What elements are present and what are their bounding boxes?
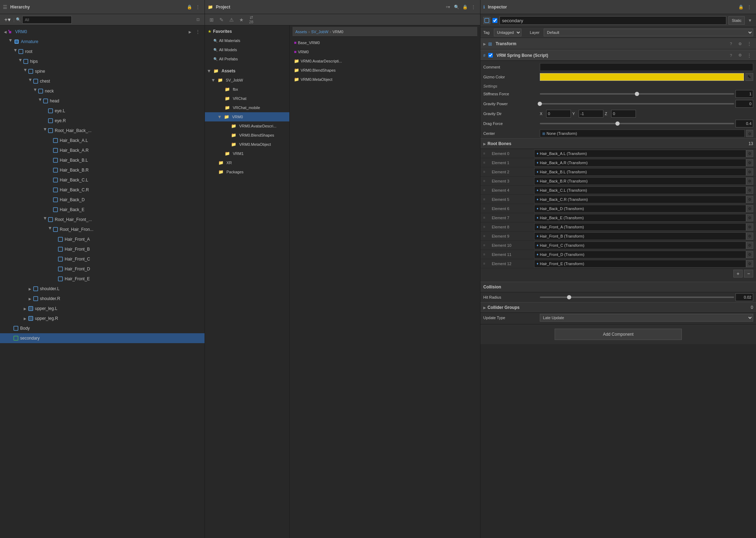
asset-vrm0-blend[interactable]: 📁 VRM0.BlendShapes — [293, 66, 477, 75]
static-dropdown-btn[interactable]: ▼ — [747, 17, 753, 24]
inspector-lock-btn[interactable]: 🔒 — [737, 3, 745, 11]
tree-item-hair-back-e[interactable]: Hair_Back_E — [0, 205, 205, 215]
project-xr[interactable]: 📁 XR — [205, 158, 289, 167]
hierarchy-lock-btn[interactable]: 🔒 — [185, 3, 193, 11]
element-10-pick[interactable]: ⊙ — [746, 242, 753, 249]
project-vrm0-blendshapes[interactable]: 📁 VRM0.BlendShapes — [205, 131, 289, 140]
transform-settings-btn[interactable]: ⚙ — [736, 40, 744, 48]
drag-force-slider[interactable] — [540, 121, 734, 126]
tree-item-upper-leg-r[interactable]: ▶ upper_leg.R — [0, 313, 205, 323]
tree-item-shoulder-r[interactable]: ▶ shoulder.R — [0, 294, 205, 304]
breadcrumb-assets[interactable]: Assets — [295, 30, 307, 34]
vrm-spring-bone-header[interactable]: # VRM Spring Bone (Script) ? ⚙ ⋮ — [480, 49, 756, 61]
tree-item-hair-front-b[interactable]: Hair_Front_B — [0, 244, 205, 254]
gravity-dir-z[interactable] — [611, 110, 636, 118]
hierarchy-search-icon[interactable]: ⊡ — [194, 16, 202, 24]
project-lock-btn[interactable]: 🔒 — [461, 3, 469, 11]
tree-item-hair-back-ar[interactable]: Hair_Back_A.R — [0, 145, 205, 155]
gizmo-color-swatch[interactable] — [540, 73, 744, 81]
project-favorites-header[interactable]: ★ Favorites — [205, 27, 289, 36]
tree-item-hair-front-d[interactable]: Hair_Front_D — [0, 264, 205, 274]
hit-radius-field[interactable] — [736, 293, 753, 301]
element-8-pick[interactable]: ⊙ — [746, 223, 753, 231]
tree-item-hips[interactable]: ▶ hips — [0, 56, 205, 66]
tag-dropdown[interactable]: Untagged — [494, 29, 521, 36]
element-5-pick[interactable]: ⊙ — [746, 196, 753, 203]
collider-groups-header[interactable]: ▶ Collider Groups 0 — [480, 302, 756, 313]
project-tool-4[interactable]: ★ — [237, 16, 245, 24]
asset-base-vrm0[interactable]: ■ Base_VRM0 — [293, 38, 477, 47]
tree-item-upper-leg-l[interactable]: ▶ upper_leg.L — [0, 304, 205, 313]
tree-item-hair-back-br[interactable]: Hair_Back_B.R — [0, 165, 205, 175]
remove-element-btn[interactable]: − — [744, 270, 753, 277]
vrm-spring-settings-btn[interactable]: ⚙ — [736, 52, 744, 59]
tree-item-root-hair-back[interactable]: ▶ Root_Hair_Back_... — [0, 126, 205, 136]
object-name-field[interactable] — [500, 16, 726, 25]
project-search-btn[interactable]: 🔍 — [453, 3, 460, 11]
element-11-pick[interactable]: ⊙ — [746, 251, 753, 258]
transform-more-btn[interactable]: ⋮ — [745, 40, 753, 48]
project-svjobw[interactable]: ▶ 📁 SV_JobW — [205, 76, 289, 85]
project-vrchat[interactable]: 📁 VRChat — [205, 94, 289, 103]
project-vrm0[interactable]: ▶ 📁 VRM0 — [205, 112, 289, 121]
element-1-pick[interactable]: ⊙ — [746, 159, 753, 166]
project-vrm1[interactable]: 📁 VRM1 — [205, 149, 289, 158]
element-12-pick[interactable]: ⊙ — [746, 260, 753, 267]
add-element-btn[interactable]: + — [733, 270, 743, 277]
project-fav-prefabs[interactable]: 🔍 All Prefabs — [205, 54, 289, 64]
tree-item-hair-front-e[interactable]: Hair_Front_E — [0, 274, 205, 284]
element-2-pick[interactable]: ⊙ — [746, 168, 753, 175]
project-tool-2[interactable]: ✎ — [218, 16, 225, 24]
tree-item-hair-back-bl[interactable]: Hair_Back_B.L — [0, 155, 205, 165]
element-9-pick[interactable]: ⊙ — [746, 233, 753, 240]
tree-item-armature[interactable]: ▶ Armature — [0, 37, 205, 47]
project-tool-1[interactable]: ⊞ — [208, 16, 215, 24]
project-fbx[interactable]: 📁 fbx — [205, 85, 289, 94]
project-tool-5[interactable]: ⇄ 28 — [247, 16, 255, 24]
vrm-spring-more-btn[interactable]: ⋮ — [745, 52, 753, 59]
project-assets-header[interactable]: ▶ 📁 Assets — [205, 66, 289, 76]
tree-item-eyel[interactable]: eye.L — [0, 106, 205, 116]
gravity-power-field[interactable] — [736, 100, 753, 108]
gravity-dir-y[interactable] — [579, 110, 603, 118]
inspector-more-btn[interactable]: ⋮ — [745, 3, 753, 11]
layer-dropdown[interactable]: Default — [544, 29, 753, 36]
tree-item-hair-front-a[interactable]: Hair_Front_A — [0, 234, 205, 244]
tree-item-hair-back-al[interactable]: Hair_Back_A.L — [0, 136, 205, 145]
vrm-spring-enabled-checkbox[interactable] — [488, 53, 493, 58]
tree-item-eyer[interactable]: eye.R — [0, 116, 205, 126]
project-vrchat-mobile[interactable]: 📁 VRChat_mobile — [205, 103, 289, 112]
stiffness-slider[interactable] — [540, 91, 734, 97]
vrm-spring-help-btn[interactable]: ? — [727, 52, 735, 59]
gravity-dir-x[interactable] — [546, 110, 571, 118]
tree-item-root-hair-front2[interactable]: ▶ Root_Hair_Fron... — [0, 225, 205, 234]
hierarchy-search-input[interactable] — [22, 16, 72, 24]
element-3-pick[interactable]: ⊙ — [746, 178, 753, 185]
tree-item-spine[interactable]: ▶ spine — [0, 66, 205, 76]
tree-item-hair-front-c[interactable]: Hair_Front_C — [0, 254, 205, 264]
breadcrumb-vrm0[interactable]: VRM0 — [332, 30, 343, 34]
tree-item-chest[interactable]: ▶ chest — [0, 76, 205, 86]
stiffness-force-field[interactable] — [736, 90, 753, 98]
center-pick-btn[interactable]: ⊙ — [746, 130, 753, 137]
asset-vrm0[interactable]: ■ VRM0 — [293, 47, 477, 56]
element-6-pick[interactable]: ⊙ — [746, 205, 753, 212]
transform-help-btn[interactable]: ? — [727, 40, 735, 48]
tree-item-neck[interactable]: ▶ neck — [0, 86, 205, 96]
transform-header[interactable]: ▶ ⊞ Transform ? ⚙ ⋮ — [480, 38, 756, 49]
drag-force-field[interactable] — [736, 120, 753, 127]
gravity-power-slider[interactable] — [540, 101, 734, 107]
hierarchy-more-btn[interactable]: ⋮ — [194, 3, 202, 11]
project-vrm0-avatar[interactable]: 📁 VRM0.AvatarDescri... — [205, 121, 289, 131]
element-0-pick[interactable]: ⊙ — [746, 150, 753, 157]
object-active-checkbox[interactable] — [492, 18, 497, 23]
tree-item-hair-back-d[interactable]: Hair_Back_D — [0, 195, 205, 205]
tree-item-body[interactable]: Body — [0, 323, 205, 333]
element-7-pick[interactable]: ⊙ — [746, 214, 753, 221]
static-button[interactable]: Static — [728, 16, 745, 25]
project-add-btn[interactable]: +▾ — [444, 3, 452, 11]
tree-item-shoulder-l[interactable]: ▶ shoulder.L — [0, 284, 205, 294]
project-tool-3[interactable]: ⚠ — [228, 16, 235, 24]
asset-vrm0-avatar-desc[interactable]: 📁 VRM0.AvatarDescripti... — [293, 56, 477, 66]
project-more-btn[interactable]: ⋮ — [469, 3, 477, 11]
